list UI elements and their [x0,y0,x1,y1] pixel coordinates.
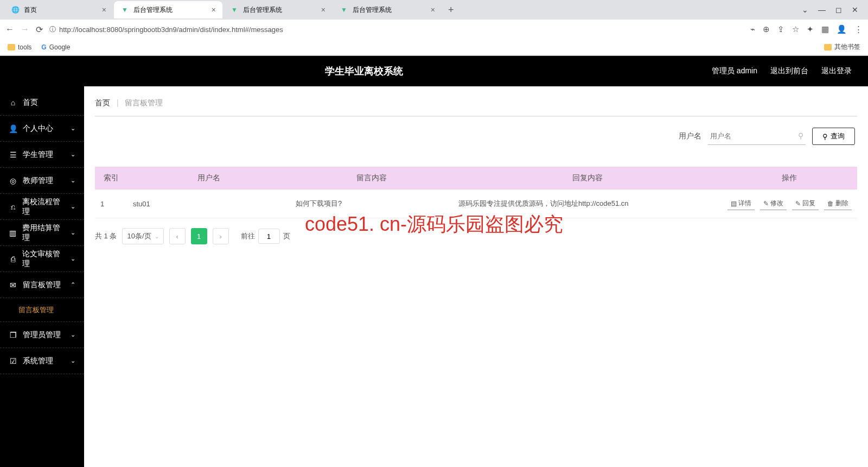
to-frontend-link[interactable]: 退出到前台 [770,66,808,76]
table-row: 1 stu01 如何下载项目? 源码乐园专注提供优质源码，访问地址http://… [95,190,857,218]
pagination-total: 共 1 条 [95,231,117,241]
bookmark-bar: tools GGoogle 其他书签 [0,39,868,55]
url-input[interactable]: ⓘ http://localhost:8080/springbootb3dn9/… [49,25,744,34]
zoom-icon[interactable]: ⊕ [763,24,770,34]
edit-icon: ✎ [763,200,769,207]
main-content: 首页 | 留言板管理 用户名 ⚲ ⚲查询 索引 用户名 留言内容 回复内容 操作 [84,86,868,467]
vue-icon: ▼ [230,5,239,14]
close-icon[interactable]: × [431,5,435,14]
close-icon[interactable]: × [102,5,106,14]
tab-title: 首页 [24,5,37,15]
page-number-button[interactable]: 1 [191,228,207,244]
cell-reply: 源码乐园专注提供优质源码，访问地址http://code51.cn [453,190,722,218]
cell-actions: ▤详情 ✎修改 ✎回复 🗑删除 [722,190,857,218]
close-icon[interactable]: × [212,5,216,14]
menu-icon[interactable]: ⋮ [854,24,863,34]
forward-icon[interactable]: → [21,24,29,34]
user-icon: 👤 [9,124,17,133]
key-icon[interactable]: ⌁ [750,24,755,34]
profile-icon[interactable]: 👤 [837,24,847,34]
chevron-down-icon: ⌄ [71,255,75,262]
sidebar-item-admins[interactable]: ❐管理员管理⌄ [0,322,84,348]
chevron-down-icon: ⌄ [71,357,75,364]
maximize-icon[interactable]: ◻ [835,5,842,14]
sidebar-item-system[interactable]: ☑系统管理⌄ [0,348,84,374]
browser-tab[interactable]: ▼ 后台管理系统 × [333,1,442,18]
sidebar-item-leave-flow[interactable]: ⎌离校流程管理⌄ [0,194,84,220]
tab-title: 后台管理系统 [133,5,173,15]
sidebar-item-teachers[interactable]: ◎教师管理⌄ [0,168,84,194]
search-bar: 用户名 ⚲ ⚲查询 [95,128,857,145]
next-page-button[interactable]: › [213,228,229,244]
reply-button[interactable]: ✎回复 [792,197,819,210]
sidebar-item-thesis[interactable]: ⎙论文审核管理⌄ [0,246,84,272]
sidebar-item-students[interactable]: ☰学生管理⌄ [0,142,84,168]
col-index: 索引 [95,167,127,190]
col-actions: 操作 [722,167,857,190]
flow-icon: ⎌ [9,203,17,211]
sidebar: ⌂首页 👤个人中心⌄ ☰学生管理⌄ ◎教师管理⌄ ⎌离校流程管理⌄ ▥费用结算管… [0,86,84,467]
chevron-down-icon: ⌄ [71,203,75,210]
bookmark-google[interactable]: GGoogle [41,43,70,51]
reply-icon: ✎ [795,200,801,207]
chevron-down-icon: ⌄ [71,331,75,338]
table-header-row: 索引 用户名 留言内容 回复内容 操作 [95,167,857,190]
pagination: 共 1 条 10条/页⌄ ‹ 1 › 前往 页 [95,228,857,244]
sidebar-item-messages[interactable]: ✉留言板管理⌃ [0,272,84,298]
chevron-down-icon[interactable]: ⌄ [802,5,808,14]
delete-button[interactable]: 🗑删除 [824,197,852,210]
globe-icon: 🌐 [11,5,20,14]
doc-icon: ⎙ [9,255,17,263]
logout-link[interactable]: 退出登录 [821,66,852,76]
chevron-up-icon: ⌃ [71,281,75,288]
minimize-icon[interactable]: — [818,5,826,14]
share-icon[interactable]: ⇪ [777,24,784,34]
breadcrumb-current: 留言板管理 [125,98,163,107]
reload-icon[interactable]: ⟳ [36,24,43,35]
copy-icon: ❐ [9,331,17,339]
close-icon[interactable]: × [321,5,326,14]
tab-title: 后台管理系统 [243,5,282,15]
page-size-select[interactable]: 10条/页⌄ [122,228,163,244]
star-icon[interactable]: ☆ [792,24,799,34]
browser-tab[interactable]: ▼ 后台管理系统 × [114,1,222,18]
cell-content: 如何下载项目? [290,190,453,218]
username-search-input[interactable] [708,128,806,145]
browser-tab[interactable]: 🌐 首页 × [4,1,113,18]
sidebar-item-home[interactable]: ⌂首页 [0,90,84,116]
breadcrumb-home[interactable]: 首页 [95,98,110,107]
edit-button[interactable]: ✎修改 [760,197,787,210]
address-bar: ← → ⟳ ⓘ http://localhost:8080/springboot… [0,20,868,39]
breadcrumb: 首页 | 留言板管理 [95,94,857,117]
goto-prefix: 前往 [241,231,255,241]
vue-icon: ▼ [340,5,348,14]
bookmark-other[interactable]: 其他书签 [824,42,860,52]
query-button[interactable]: ⚲查询 [812,128,855,145]
bookmark-tools[interactable]: tools [8,43,31,51]
prev-page-button[interactable]: ‹ [169,228,186,244]
app-icon[interactable]: ▦ [821,24,829,34]
detail-button[interactable]: ▤详情 [727,197,755,210]
back-icon[interactable]: ← [5,24,14,34]
extensions-icon[interactable]: ✦ [807,24,814,34]
messages-table: 索引 用户名 留言内容 回复内容 操作 1 stu01 如何下载项目? 源码乐园… [95,167,857,218]
sidebar-item-profile[interactable]: 👤个人中心⌄ [0,116,84,142]
chart-icon: ▥ [9,229,17,237]
search-label: 用户名 [679,131,701,141]
col-reply: 回复内容 [453,167,722,190]
col-content: 留言内容 [290,167,453,190]
chevron-down-icon: ⌄ [155,234,159,239]
search-icon: ⚲ [822,132,828,141]
browser-tab[interactable]: ▼ 后台管理系统 × [224,1,332,18]
sidebar-item-fee[interactable]: ▥费用结算管理⌄ [0,220,84,246]
close-window-icon[interactable]: ✕ [852,5,858,14]
goto-suffix: 页 [283,231,290,241]
chevron-down-icon: ⌄ [71,229,75,236]
goto-page-input[interactable] [258,229,280,244]
chevron-down-icon: ⌄ [71,177,75,184]
new-tab-button[interactable]: + [443,4,459,16]
sidebar-subitem-messages[interactable]: 留言板管理 [0,298,84,322]
breadcrumb-separator: | [117,98,119,107]
cell-index: 1 [95,190,127,218]
app-layout: ⌂首页 👤个人中心⌄ ☰学生管理⌄ ◎教师管理⌄ ⎌离校流程管理⌄ ▥费用结算管… [0,86,868,467]
